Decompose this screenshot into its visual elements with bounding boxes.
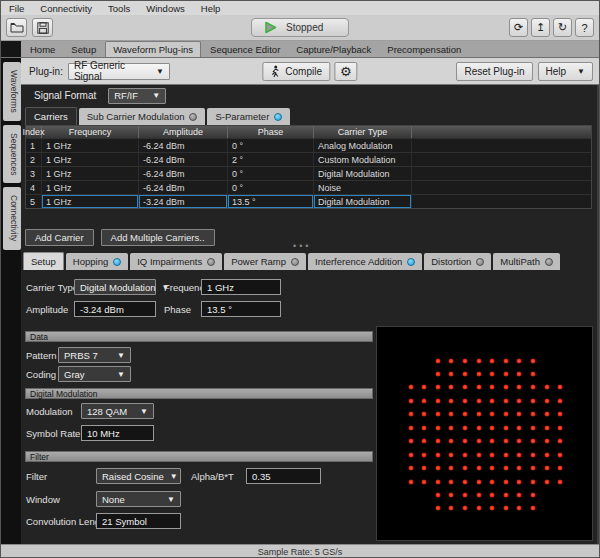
tab-waveform-plug-ins[interactable]: Waveform Plug-ins: [105, 41, 201, 57]
compile-button[interactable]: Compile: [262, 62, 330, 81]
constellation-point: [544, 452, 549, 457]
cell-amplitude[interactable]: -3.24 dBm: [139, 195, 228, 208]
window-select[interactable]: None ▼: [96, 491, 181, 507]
tab-sub-carrier-modulation[interactable]: Sub Carrier Modulation: [79, 108, 206, 125]
symbol-rate-input[interactable]: 10 MHz: [81, 425, 154, 441]
side-tab-sequences[interactable]: Sequences: [3, 125, 21, 184]
tab-hopping[interactable]: Hopping: [66, 253, 128, 270]
menu-file[interactable]: File: [9, 3, 24, 14]
constellation-point: [422, 412, 427, 417]
side-tab-connectivity[interactable]: Connectivity: [3, 187, 21, 249]
constellation-point: [544, 398, 549, 403]
help-about-icon[interactable]: ?: [575, 18, 594, 37]
tab-power-ramp[interactable]: Power Ramp: [224, 253, 306, 270]
tab-interference-addition[interactable]: Interference Addition: [308, 253, 422, 270]
tab-sequence-editor[interactable]: Sequence Editor: [203, 42, 287, 57]
menu-connectivity[interactable]: Connectivity: [40, 3, 92, 14]
tab-home[interactable]: Home: [23, 42, 62, 57]
reset-plugin-button[interactable]: Reset Plug-in: [456, 62, 532, 81]
tab-distortion[interactable]: Distortion: [424, 253, 491, 270]
modulation-select[interactable]: 128 QAM ▼: [81, 403, 154, 419]
download-to-instrument-icon[interactable]: ↥: [531, 18, 550, 37]
cell-carrier_type[interactable]: Noise: [314, 181, 412, 194]
cell-phase[interactable]: 2 °: [228, 153, 314, 166]
menu-bar: FileConnectivityToolsWindowsHelp: [1, 1, 599, 15]
frequency-input[interactable]: 1 GHz: [201, 279, 281, 295]
cell-frequency[interactable]: 1 GHz: [42, 195, 139, 208]
sample-rate-text: Sample Rate: 5 GS/s: [258, 547, 343, 557]
cell-carrier_type[interactable]: Digital Modulation: [314, 167, 412, 180]
table-row[interactable]: 21 GHz-6.24 dBm2 °Custom Modulation: [26, 152, 591, 166]
cell-carrier_type[interactable]: Digital Modulation: [314, 195, 412, 208]
sync-clock-icon[interactable]: ⟳: [509, 18, 528, 37]
constellation-point: [490, 385, 495, 390]
carrier-type-select[interactable]: Digital Modulation ▼: [74, 279, 156, 295]
convolution-length-input[interactable]: 21 Symbol: [96, 513, 181, 529]
alpha-input[interactable]: 0.35: [246, 468, 321, 484]
cell-phase[interactable]: 0 °: [228, 167, 314, 180]
tab-s-parameter[interactable]: S-Parameter: [207, 108, 290, 125]
signal-format-select[interactable]: RF/IF ▼: [108, 88, 166, 104]
tab-capture-playback[interactable]: Capture/Playback: [289, 42, 378, 57]
splitter-grip[interactable]: •••: [293, 241, 311, 251]
table-row[interactable]: 11 GHz-6.24 dBm0 °Analog Modulation: [26, 138, 591, 152]
column-header-amplitude[interactable]: Amplitude: [139, 126, 228, 138]
tab-setup[interactable]: Setup: [23, 252, 64, 270]
constellation-point: [530, 506, 535, 511]
amplitude-input[interactable]: -3.24 dBm: [74, 301, 156, 317]
menu-tools[interactable]: Tools: [108, 3, 130, 14]
cell-carrier_type[interactable]: Custom Modulation: [314, 153, 412, 166]
menu-help[interactable]: Help: [201, 3, 221, 14]
tab-carriers[interactable]: Carriers: [25, 107, 77, 125]
cell-frequency[interactable]: 1 GHz: [42, 153, 139, 166]
help-menu-button[interactable]: Help ▼: [538, 62, 594, 81]
coding-select[interactable]: Gray ▼: [58, 366, 131, 382]
column-header-carrier-type[interactable]: Carrier Type: [314, 126, 412, 138]
tab-precompensation[interactable]: Precompensation: [380, 42, 468, 57]
table-row[interactable]: 41 GHz-6.24 dBm0 °Noise: [26, 180, 591, 194]
cell-index[interactable]: 2: [26, 153, 42, 166]
plugin-select[interactable]: RF Generic Signal ▼: [68, 63, 170, 80]
table-row[interactable]: 31 GHz-6.24 dBm0 °Digital Modulation: [26, 166, 591, 180]
run-state-button[interactable]: Stopped: [251, 18, 349, 37]
constellation-point: [503, 385, 508, 390]
cell-amplitude[interactable]: -6.24 dBm: [139, 181, 228, 194]
tab-iq-impairments[interactable]: IQ Impairments: [130, 253, 222, 270]
constellation-point: [449, 412, 454, 417]
cell-index[interactable]: 1: [26, 139, 42, 152]
column-header-phase[interactable]: Phase: [228, 126, 314, 138]
column-header-frequency[interactable]: Frequency: [42, 126, 139, 138]
cell-frequency[interactable]: 1 GHz: [42, 139, 139, 152]
cell-amplitude[interactable]: -6.24 dBm: [139, 139, 228, 152]
cell-amplitude[interactable]: -6.24 dBm: [139, 153, 228, 166]
cell-amplitude[interactable]: -6.24 dBm: [139, 167, 228, 180]
refresh-icon[interactable]: ↻: [553, 18, 572, 37]
filter-select[interactable]: Raised Cosine ▼: [96, 468, 181, 484]
cell-carrier_type[interactable]: Analog Modulation: [314, 139, 412, 152]
save-button[interactable]: [32, 18, 53, 37]
add-carrier-button[interactable]: Add Carrier: [25, 229, 94, 246]
cell-frequency[interactable]: 1 GHz: [42, 167, 139, 180]
constellation-point: [435, 439, 440, 444]
side-tab-waveforms[interactable]: Waveforms: [3, 62, 21, 121]
open-file-button[interactable]: [6, 18, 27, 37]
cell-index[interactable]: 3: [26, 167, 42, 180]
tab-setup[interactable]: Setup: [64, 42, 103, 57]
constellation-point: [462, 385, 467, 390]
phase-input[interactable]: 13.5 °: [201, 301, 281, 317]
cell-phase[interactable]: 13.5 °: [228, 195, 314, 208]
blue-status-dot-icon: [113, 258, 121, 266]
cell-phase[interactable]: 0 °: [228, 139, 314, 152]
table-row[interactable]: 51 GHz-3.24 dBm13.5 °Digital Modulation: [26, 194, 591, 208]
cell-index[interactable]: 4: [26, 181, 42, 194]
cell-index[interactable]: 5: [26, 195, 42, 208]
cell-phase[interactable]: 0 °: [228, 181, 314, 194]
add-multiple-carriers-button[interactable]: Add Multiple Carriers..: [101, 229, 215, 246]
constellation-point: [476, 358, 481, 363]
tab-multipath[interactable]: MultiPath: [493, 253, 560, 270]
compile-settings-button[interactable]: ⚙: [334, 62, 358, 81]
pattern-select[interactable]: PRBS 7 ▼: [58, 347, 131, 363]
cell-frequency[interactable]: 1 GHz: [42, 181, 139, 194]
column-header-index[interactable]: Index: [26, 126, 42, 138]
menu-windows[interactable]: Windows: [146, 3, 185, 14]
